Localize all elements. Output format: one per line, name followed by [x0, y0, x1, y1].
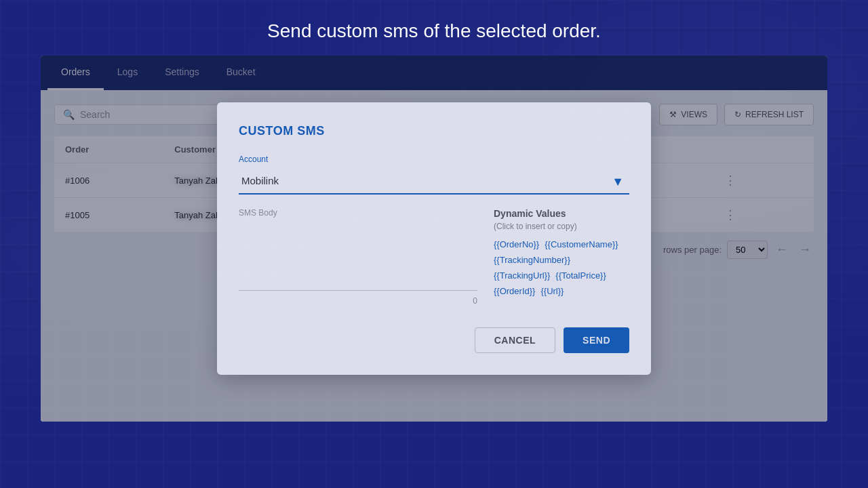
send-button[interactable]: SEND: [564, 327, 629, 353]
tag-total-price[interactable]: {{TotalPrice}}: [555, 270, 606, 281]
tag-order-id[interactable]: {{OrderId}}: [494, 286, 535, 296]
modal-title: CUSTOM SMS: [239, 124, 629, 138]
app-container: Orders Logs Settings Bucket 🔍 Search ⚒ V…: [41, 56, 827, 422]
account-field-group: Account Mobilink Telenor Jazz ▼: [239, 155, 629, 195]
account-select-wrapper: Mobilink Telenor Jazz ▼: [239, 168, 629, 195]
tag-order-no[interactable]: {{OrderNo}}: [494, 239, 539, 249]
sms-row: SMS Body 0 Dynamic Values (Click to inse…: [239, 208, 629, 306]
sms-body-input[interactable]: [239, 223, 477, 291]
char-count: 0: [239, 296, 477, 306]
tag-tracking-url[interactable]: {{TrackingUrl}}: [494, 270, 550, 281]
tag-customer-name[interactable]: {{CustomerName}}: [545, 239, 618, 249]
page-title: Send custom sms of the selected order.: [0, 0, 868, 56]
tag-url[interactable]: {{Url}}: [540, 286, 564, 296]
tag-tracking-number[interactable]: {{TrackingNumber}}: [494, 255, 570, 265]
modal-footer: CANCEL SEND: [239, 327, 629, 353]
dynamic-values-title: Dynamic Values: [494, 208, 629, 219]
modal-overlay: CUSTOM SMS Account Mobilink Telenor Jazz…: [41, 56, 827, 422]
dynamic-values-subtitle: (Click to insert or copy): [494, 222, 629, 231]
dynamic-values-section: Dynamic Values (Click to insert or copy)…: [494, 208, 629, 296]
cancel-button[interactable]: CANCEL: [475, 327, 555, 353]
account-label: Account: [239, 155, 629, 164]
account-select[interactable]: Mobilink Telenor Jazz: [239, 168, 629, 195]
sms-body-label: SMS Body: [239, 208, 477, 218]
custom-sms-modal: CUSTOM SMS Account Mobilink Telenor Jazz…: [217, 102, 651, 375]
sms-body-section: SMS Body 0: [239, 208, 477, 306]
dynamic-tags: {{OrderNo}} {{CustomerName}} {{TrackingN…: [494, 239, 629, 296]
